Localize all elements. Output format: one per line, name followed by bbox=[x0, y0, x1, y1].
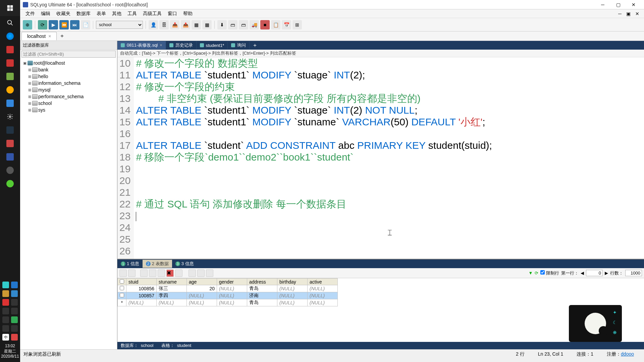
edge-icon[interactable] bbox=[0, 29, 20, 43]
menu-file[interactable]: 文件 bbox=[23, 10, 38, 17]
result-tab[interactable]: 33 信息 bbox=[172, 260, 197, 268]
widget-icon[interactable]: ❋ bbox=[613, 330, 617, 335]
tree-db-item[interactable]: ⊞information_schema bbox=[21, 80, 116, 86]
tool-button[interactable]: 📋 bbox=[271, 20, 280, 29]
tool-button[interactable]: ▦ bbox=[202, 20, 212, 29]
tray-icon[interactable] bbox=[2, 325, 9, 332]
prev-page-button[interactable]: ◀ bbox=[581, 270, 584, 276]
registration-link[interactable]: ddooo bbox=[621, 351, 634, 357]
result-tab[interactable]: 11 信息 bbox=[117, 260, 143, 268]
tool-button[interactable]: ⬇ bbox=[217, 20, 227, 29]
app-icon[interactable] bbox=[0, 164, 20, 177]
table-row[interactable]: 100857李四(NULL)(NULL)济南(NULL)(NULL) bbox=[118, 292, 338, 299]
tree-db-item[interactable]: ⊞bank bbox=[21, 66, 116, 73]
grid-view-button[interactable] bbox=[206, 269, 213, 277]
file-tab[interactable]: 历史记录 bbox=[166, 41, 197, 49]
tool-button[interactable]: 📄 bbox=[81, 20, 90, 29]
exec-all-button[interactable]: ⏩ bbox=[59, 20, 69, 29]
app-icon[interactable] bbox=[0, 43, 20, 56]
tree-db-item[interactable]: ⊞sys bbox=[21, 107, 116, 113]
data-grid[interactable]: stuidstunameagegenderaddressbirthdayacti… bbox=[117, 278, 644, 342]
tray-icon[interactable] bbox=[11, 334, 18, 341]
ime-icon[interactable]: 中 bbox=[2, 334, 9, 341]
app-icon[interactable] bbox=[0, 177, 20, 190]
tree-root[interactable]: ▣root@localhost bbox=[21, 60, 116, 66]
tool-button[interactable]: 📅 bbox=[282, 20, 291, 29]
column-header[interactable]: gender bbox=[217, 279, 247, 285]
tray-icon[interactable] bbox=[11, 290, 18, 297]
tray-icon[interactable] bbox=[11, 282, 18, 288]
file-tab[interactable]: 0811-表修改.sql× bbox=[117, 41, 166, 49]
maximize-button[interactable]: ▢ bbox=[610, 0, 626, 9]
column-header[interactable]: age bbox=[187, 279, 217, 285]
volume-icon[interactable] bbox=[11, 308, 18, 314]
tool-button[interactable]: ⊞ bbox=[292, 20, 302, 29]
tree-db-item[interactable]: ⊞hello bbox=[21, 73, 116, 80]
app-icon[interactable] bbox=[0, 97, 20, 110]
settings-icon[interactable] bbox=[0, 110, 20, 123]
menu-favorites[interactable]: 收藏夹 bbox=[54, 10, 73, 17]
new-conn-button[interactable]: ⊕ bbox=[23, 20, 32, 29]
grid-button[interactable] bbox=[158, 269, 165, 277]
menu-help[interactable]: 帮助 bbox=[180, 10, 195, 17]
column-header[interactable]: address bbox=[247, 279, 277, 285]
menu-other[interactable]: 其他 bbox=[109, 10, 124, 17]
column-header[interactable]: stuname bbox=[157, 279, 187, 285]
close-icon[interactable]: × bbox=[160, 43, 162, 48]
sqlyog-icon[interactable] bbox=[0, 150, 20, 164]
grid-button[interactable] bbox=[140, 269, 148, 277]
connection-tab[interactable]: localhost× bbox=[21, 32, 57, 40]
menu-advtools[interactable]: 高级工具 bbox=[140, 10, 164, 17]
table-row[interactable]: 100856张三20(NULL)青岛(NULL)(NULL) bbox=[118, 285, 338, 292]
tool-button[interactable]: 🗃 bbox=[228, 20, 237, 29]
tool-button[interactable]: ■ bbox=[260, 20, 270, 29]
close-icon[interactable]: × bbox=[48, 34, 51, 39]
app-icon[interactable] bbox=[0, 123, 20, 137]
app-icon[interactable] bbox=[0, 56, 20, 70]
tray-icon[interactable] bbox=[2, 282, 9, 288]
start-button[interactable] bbox=[0, 0, 20, 16]
refresh-button[interactable]: ⟳ bbox=[38, 20, 47, 29]
delete-row-button[interactable]: ✖ bbox=[166, 269, 174, 277]
tree-db-item[interactable]: ⊞school bbox=[21, 100, 116, 107]
mdi-close-icon[interactable]: ✕ bbox=[633, 11, 641, 16]
grid-button[interactable] bbox=[149, 269, 156, 277]
grid-button[interactable] bbox=[119, 269, 127, 277]
close-button[interactable]: ✕ bbox=[626, 0, 641, 9]
mdi-max-icon[interactable]: ▣ bbox=[624, 11, 633, 16]
floating-avatar-widget[interactable]: ✦ ☾ ❋ bbox=[569, 305, 622, 342]
refresh-icon[interactable]: ⟳ bbox=[535, 270, 538, 276]
minimize-button[interactable]: ─ bbox=[595, 0, 610, 9]
tool-button[interactable]: 🗃 bbox=[239, 20, 248, 29]
app-icon[interactable] bbox=[0, 83, 20, 97]
result-tab[interactable]: 22 表数据 bbox=[143, 260, 172, 268]
next-page-button[interactable]: ▶ bbox=[605, 270, 608, 276]
tray-icon[interactable] bbox=[2, 316, 9, 323]
limit-rows-checkbox[interactable]: 限制行 bbox=[540, 270, 559, 276]
checkbox-header[interactable] bbox=[118, 279, 126, 285]
tool-button[interactable]: 🗄 bbox=[159, 20, 169, 29]
column-header[interactable]: active bbox=[308, 279, 338, 285]
menu-tools[interactable]: 工具 bbox=[125, 10, 140, 17]
grid-button[interactable] bbox=[128, 269, 136, 277]
sql-editor[interactable]: 1011121314151617181920212223242526 # 修改一… bbox=[117, 57, 644, 259]
menu-window[interactable]: 窗口 bbox=[165, 10, 180, 17]
db-filter-input[interactable] bbox=[21, 51, 116, 58]
menu-table[interactable]: 表单 bbox=[94, 10, 109, 17]
database-selector[interactable]: school bbox=[96, 21, 143, 29]
exec-sel-button[interactable]: ⏭ bbox=[70, 20, 79, 29]
tree-db-item[interactable]: ⊞mysql bbox=[21, 86, 116, 93]
tool-button[interactable]: 🚚 bbox=[250, 20, 259, 29]
grid-view-button[interactable] bbox=[189, 269, 196, 277]
tray-icon[interactable] bbox=[2, 290, 9, 297]
widget-icon[interactable]: ☾ bbox=[613, 320, 617, 325]
menu-edit[interactable]: 编辑 bbox=[38, 10, 53, 17]
column-header[interactable]: stuid bbox=[126, 279, 157, 285]
tool-button[interactable]: ▦ bbox=[192, 20, 201, 29]
first-row-input[interactable] bbox=[586, 270, 603, 276]
grid-button[interactable] bbox=[175, 269, 182, 277]
file-tab[interactable]: student1* bbox=[197, 42, 228, 49]
filter-icon[interactable]: ▼ bbox=[529, 270, 533, 276]
tree-db-item[interactable]: ⊞performance_schema bbox=[21, 93, 116, 100]
search-icon[interactable] bbox=[0, 16, 20, 29]
